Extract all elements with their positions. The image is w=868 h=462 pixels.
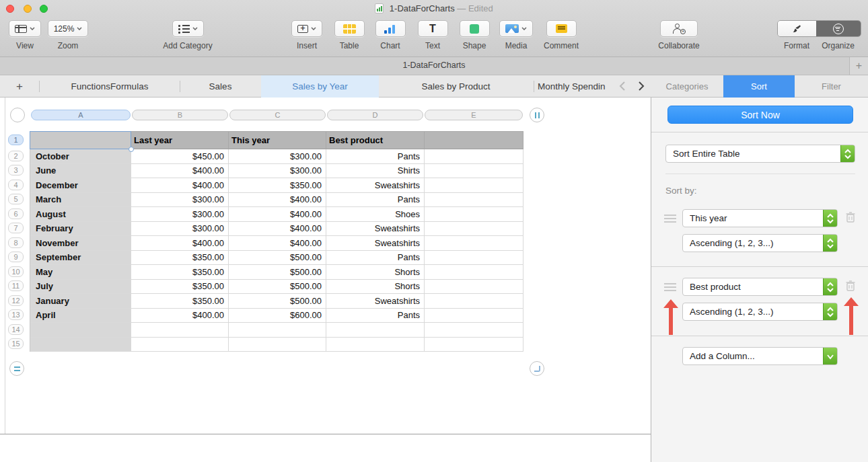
sort-rule1-order-dropdown[interactable]: Ascending (1, 2, 3...)	[682, 234, 838, 252]
table-cell[interactable]: $400.00	[229, 222, 326, 237]
tab-categories[interactable]: Categories	[651, 75, 723, 98]
table-resize-handle[interactable]	[530, 361, 544, 376]
table-cell[interactable]: $600.00	[229, 309, 326, 323]
add-column-handle[interactable]	[530, 108, 544, 122]
table-cell[interactable]	[425, 236, 523, 251]
table-cell[interactable]: $300.00	[131, 193, 229, 208]
column-header-B[interactable]: B	[132, 110, 228, 120]
sort-rule2-order-dropdown[interactable]: Ascending (1, 2, 3...)	[682, 303, 838, 321]
text-button[interactable]: T	[418, 20, 448, 37]
trash-icon[interactable]	[845, 280, 856, 292]
table-cell[interactable]: $450.00	[131, 149, 229, 164]
table-cell[interactable]: December	[30, 178, 131, 193]
table-cell[interactable]: Shirts	[326, 164, 425, 179]
table-cell[interactable]	[326, 338, 425, 352]
sheet-tab-sales[interactable]: Sales	[180, 75, 260, 98]
insert-button[interactable]	[291, 20, 322, 37]
table-cell[interactable]	[30, 132, 131, 149]
drag-handle-icon[interactable]	[664, 283, 676, 291]
table-cell[interactable]: $400.00	[131, 309, 229, 323]
table-cell[interactable]: Shorts	[326, 265, 425, 280]
sheet-tab-sales-by-product[interactable]: Sales by Product	[379, 75, 533, 98]
table-cell[interactable]: Last year	[131, 132, 229, 149]
scroll-tabs-right-button[interactable]	[635, 79, 648, 93]
sort-scope-dropdown[interactable]: Sort Entire Table	[665, 145, 855, 163]
table-cell[interactable]: Pants	[326, 149, 425, 164]
table-cell[interactable]: $300.00	[131, 207, 229, 222]
view-button[interactable]	[9, 20, 41, 37]
table-cell[interactable]: $400.00	[229, 236, 326, 251]
format-button[interactable]	[778, 21, 816, 36]
table-cell[interactable]: June	[30, 164, 131, 179]
tab-sort[interactable]: Sort	[723, 75, 795, 98]
table-button[interactable]	[334, 20, 365, 37]
media-button[interactable]	[499, 20, 533, 37]
table-cell[interactable]: Shorts	[326, 280, 425, 295]
table-cell[interactable]	[425, 280, 523, 295]
collaborate-button[interactable]: +	[660, 20, 698, 37]
table-cell[interactable]	[131, 338, 229, 352]
zoom-button[interactable]: 125%	[48, 20, 89, 37]
table-cell[interactable]: $350.00	[131, 294, 229, 309]
organize-button[interactable]	[816, 21, 861, 36]
table-cell[interactable]: $350.00	[229, 178, 326, 193]
table-cell[interactable]	[425, 132, 523, 149]
table-cell[interactable]	[425, 323, 523, 338]
add-row-handle[interactable]	[9, 361, 24, 376]
table-cell[interactable]	[229, 323, 326, 338]
add-column-dropdown[interactable]: Add a Column...	[682, 347, 838, 365]
scroll-tabs-left-button[interactable]	[616, 79, 629, 93]
row-header-6[interactable]: 6	[8, 208, 24, 219]
table-cell[interactable]: April	[30, 309, 131, 323]
table-cell[interactable]	[425, 193, 523, 208]
add-panel-button[interactable]: +	[849, 57, 868, 75]
table-cell[interactable]	[30, 338, 131, 352]
table-cell[interactable]: $500.00	[229, 280, 326, 295]
column-header-D[interactable]: D	[327, 110, 423, 120]
comment-button[interactable]	[546, 20, 577, 37]
sheet-tab-sales-by-year[interactable]: Sales by Year	[261, 75, 379, 98]
drag-handle-icon[interactable]	[664, 215, 676, 223]
row-header-2[interactable]: 2	[8, 151, 24, 161]
table-cell[interactable]	[425, 338, 523, 352]
sort-rule1-column-dropdown[interactable]: This year	[682, 209, 838, 227]
table-cell[interactable]: Sweatshirts	[326, 178, 425, 193]
table-cell[interactable]: August	[30, 207, 131, 222]
table-cell[interactable]	[425, 164, 523, 179]
add-sheet-button[interactable]: +	[11, 75, 28, 98]
table-cell[interactable]	[326, 323, 425, 338]
row-header-4[interactable]: 4	[8, 180, 24, 190]
row-header-15[interactable]: 15	[8, 338, 24, 349]
table-cell[interactable]: $350.00	[131, 265, 229, 280]
row-header-13[interactable]: 13	[8, 309, 24, 320]
table-cell[interactable]: $500.00	[229, 265, 326, 280]
row-header-12[interactable]: 12	[8, 295, 24, 306]
sort-now-button[interactable]: Sort Now	[667, 106, 853, 124]
table-cell[interactable]: Pants	[326, 309, 425, 323]
table-cell[interactable]: $350.00	[131, 251, 229, 266]
table-cell[interactable]: Best product	[326, 132, 425, 149]
row-header-7[interactable]: 7	[8, 223, 24, 233]
table-cell[interactable]: October	[30, 149, 131, 164]
table-cell[interactable]: Pants	[326, 251, 425, 266]
table-cell[interactable]: $350.00	[131, 280, 229, 295]
table-cell[interactable]	[229, 338, 326, 352]
table-cell[interactable]	[425, 207, 523, 222]
row-header-11[interactable]: 11	[8, 280, 24, 291]
table-cell[interactable]: March	[30, 193, 131, 208]
table-cell[interactable]: $400.00	[131, 236, 229, 251]
table-cell[interactable]: February	[30, 222, 131, 237]
table-cell[interactable]: Sweatshirts	[326, 294, 425, 309]
column-header-A[interactable]: A	[31, 110, 131, 120]
table-cell[interactable]: $400.00	[229, 193, 326, 208]
table-cell[interactable]: $400.00	[131, 164, 229, 179]
tab-filter[interactable]: Filter	[795, 75, 868, 98]
table-cell[interactable]	[131, 323, 229, 338]
sheet-tab-functionsformulas[interactable]: FunctionsFormulas	[40, 75, 179, 98]
table-cell[interactable]: $400.00	[229, 207, 326, 222]
column-header-E[interactable]: E	[425, 110, 523, 120]
table-cell[interactable]	[425, 294, 523, 309]
table-cell[interactable]	[425, 251, 523, 266]
table-cell[interactable]: May	[30, 265, 131, 280]
table-cell[interactable]: $300.00	[229, 149, 326, 164]
